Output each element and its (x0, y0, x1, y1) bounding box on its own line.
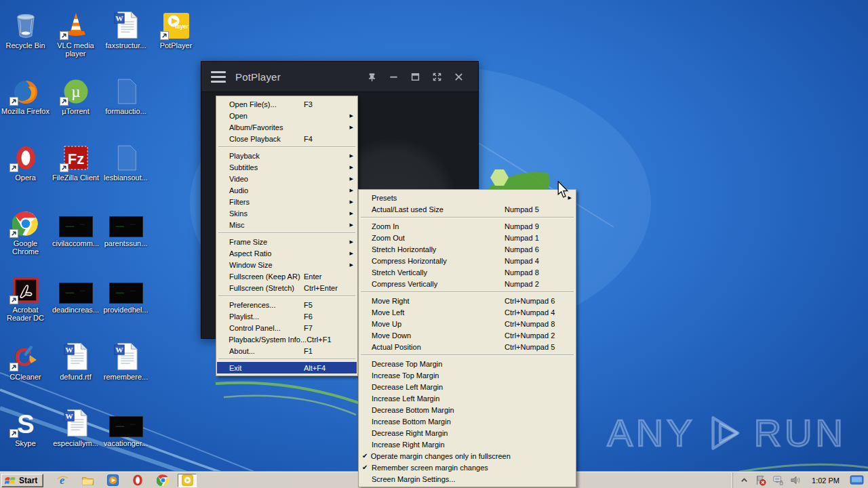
volume-icon[interactable] (790, 474, 802, 486)
menu-item-move-right[interactable]: Move RightCtrl+Numpad 6 (359, 295, 575, 306)
menu-item-shortcut: Numpad 6 (505, 245, 566, 253)
submenu-arrow-icon: ▶ (347, 211, 353, 216)
desktop-icon-mozilla-firefox[interactable]: Mozilla Firefox (0, 71, 51, 115)
menu-item-presets[interactable]: Presets▶ (359, 192, 575, 203)
menu-item-control-panel[interactable]: Control Panel...F7 (217, 322, 357, 333)
menu-item-open-file-s[interactable]: Open File(s)...F3 (217, 98, 357, 110)
menu-item-label: Move Down (372, 331, 505, 340)
menu-item-zoom-out[interactable]: Zoom OutNumpad 1 (359, 232, 575, 243)
desktop-icon-skype[interactable]: SSkype (0, 403, 51, 447)
desktop-icon-civilaccomm[interactable]: civilaccomm... (50, 203, 101, 247)
menu-item-screen-margin-settings[interactable]: Screen Margin Settings... (359, 473, 575, 485)
fullscreen-icon[interactable] (427, 68, 447, 85)
desktop-icon-torrent[interactable]: µµTorrent (50, 71, 101, 115)
menu-item-playlist[interactable]: Playlist...F6 (217, 310, 357, 322)
menu-item-increase-left-margin[interactable]: Increase Left Margin (359, 392, 575, 404)
menu-item-open[interactable]: Open▶ (217, 110, 357, 121)
menu-item-operate-margin-changes-only-in-fullscreen[interactable]: ✔Operate margin changes only in fullscre… (359, 450, 575, 462)
menu-item-stretch-vertically[interactable]: Stretch VerticallyNumpad 8 (359, 266, 575, 278)
menu-item-actual-last-used-size[interactable]: Actual/Last used SizeNumpad 5 (359, 203, 575, 215)
menu-item-decrease-bottom-margin[interactable]: Decrease Bottom Margin (359, 404, 575, 415)
start-button[interactable]: Start (1, 474, 43, 487)
menu-item-subtitles[interactable]: Subtitles▶ (217, 161, 357, 173)
desktop-icon-ccleaner[interactable]: CCCleaner (0, 337, 51, 381)
menu-item-shortcut: Ctrl+Numpad 4 (505, 308, 566, 317)
menu-item-remember-screen-margin-changes[interactable]: ✔Remember screen margin changes (359, 462, 575, 473)
menu-item-compress-horizontally[interactable]: Compress HorizontallyNumpad 4 (359, 255, 575, 266)
menu-item-window-size[interactable]: Window Size▶ (217, 259, 357, 270)
maximize-icon[interactable] (405, 68, 425, 85)
menu-item-close-playback[interactable]: Close PlaybackF4 (217, 133, 357, 144)
tray-clock[interactable]: 1:02 PM (808, 476, 844, 485)
menu-item-skins[interactable]: Skins▶ (217, 207, 357, 219)
desktop-icon-remembere[interactable]: Wremembere... (100, 337, 151, 381)
desktop-icon-faxstructur[interactable]: Wfaxstructur... (100, 5, 151, 49)
pin-icon[interactable] (361, 68, 382, 85)
menu-item-stretch-horizontally[interactable]: Stretch HorizontallyNumpad 6 (359, 243, 575, 255)
titlebar: PotPlayer (201, 62, 478, 92)
quick-launch-windows-media-player-icon[interactable] (106, 474, 119, 487)
ghost-file-icon (100, 71, 151, 105)
menu-item-decrease-top-margin[interactable]: Decrease Top Margin (359, 358, 575, 369)
desktop-icon-google-chrome[interactable]: Google Chrome (0, 203, 51, 256)
desktop-icon-vacationger[interactable]: vacationger... (100, 403, 151, 447)
quick-launch-google-chrome-icon[interactable] (156, 474, 170, 487)
menu-item-filters[interactable]: Filters▶ (217, 196, 357, 207)
desktop-icon-lesbiansout[interactable]: lesbiansout... (100, 138, 151, 182)
menu-item-compress-vertically[interactable]: Compress VerticallyNumpad 2 (359, 278, 575, 289)
menu-item-decrease-right-margin[interactable]: Decrease Right Margin (359, 427, 575, 439)
minimize-icon[interactable] (383, 68, 403, 85)
menu-item-about[interactable]: About...F1 (217, 345, 357, 357)
menu-item-move-down[interactable]: Move DownCtrl+Numpad 2 (359, 329, 575, 341)
desktop-icon-acrobat-reader-dc[interactable]: Acrobat Reader DC (0, 270, 51, 322)
menu-item-shortcut: Ctrl+F1 (307, 336, 347, 344)
desktop-icon-formauctio[interactable]: formauctio... (100, 71, 151, 115)
menu-item-aspect-ratio[interactable]: Aspect Ratio▶ (217, 247, 357, 259)
menu-item-shortcut: Ctrl+Numpad 6 (505, 297, 566, 305)
menu-item-fullscreen-stretch[interactable]: Fullscreen (Stretch)Ctrl+Enter (217, 282, 357, 293)
menu-item-actual-position[interactable]: Actual PositionCtrl+Numpad 5 (359, 341, 575, 352)
menu-item-increase-bottom-margin[interactable]: Increase Bottom Margin (359, 415, 575, 427)
menu-item-fullscreen-keep-ar[interactable]: Fullscreen (Keep AR)Enter (217, 270, 357, 282)
menu-item-audio[interactable]: Audio▶ (217, 184, 357, 196)
submenu-arrow-icon: ▶ (347, 176, 353, 182)
network-icon[interactable] (772, 474, 784, 486)
menu-item-label: Compress Horizontally (372, 257, 505, 265)
menu-item-frame-size[interactable]: Frame Size▶ (217, 236, 357, 247)
desktop-icon-deadincreas[interactable]: deadincreas... (50, 270, 101, 314)
menu-item-misc[interactable]: Misc▶ (217, 219, 357, 230)
menu-item-album-favorites[interactable]: Album/Favorites▶ (217, 121, 357, 133)
quick-launch-windows-explorer-icon[interactable] (81, 474, 94, 487)
menu-item-increase-top-margin[interactable]: Increase Top Margin (359, 369, 575, 381)
hamburger-menu-icon[interactable] (211, 71, 226, 83)
desktop-icon-potplayer[interactable]: layerPotPlayer (151, 5, 201, 49)
close-icon[interactable] (448, 68, 469, 85)
show-desktop-icon[interactable] (850, 475, 864, 485)
menu-item-increase-right-margin[interactable]: Increase Right Margin (359, 439, 575, 450)
menu-item-exit[interactable]: ExitAlt+F4 (217, 362, 357, 373)
taskbar-button-potplayer[interactable] (178, 474, 197, 487)
menu-item-video[interactable]: Video▶ (217, 173, 357, 184)
quick-launch-opera-icon[interactable] (131, 474, 144, 487)
desktop-icon-defund-rtf[interactable]: Wdefund.rtf (50, 337, 101, 381)
menu-item-playback[interactable]: Playback▶ (217, 150, 357, 161)
menu-item-playback-system-info[interactable]: Playback/System Info...Ctrl+F1 (217, 333, 357, 345)
desktop-icon-parentssun[interactable]: parentssun... (100, 203, 151, 247)
menu-item-move-up[interactable]: Move UpCtrl+Numpad 8 (359, 318, 575, 329)
menu-item-zoom-in[interactable]: Zoom InNumpad 9 (359, 220, 575, 232)
quick-launch-bar: e (56, 474, 170, 487)
desktop-icon-providedhel[interactable]: providedhel... (100, 270, 151, 314)
desktop-icon-opera[interactable]: Opera (0, 138, 51, 182)
desktop-icon-filezilla-client[interactable]: FzFileZilla Client (50, 138, 101, 182)
desktop-icon-especiallym[interactable]: Wespeciallym... (50, 403, 101, 447)
menu-item-label: Playback/System Info... (229, 336, 307, 344)
menu-item-move-left[interactable]: Move LeftCtrl+Numpad 4 (359, 306, 575, 318)
menu-item-preferences[interactable]: Preferences...F5 (217, 299, 357, 310)
desktop-icon-vlc-media-player[interactable]: VLC media player (50, 5, 101, 58)
action-center-flag-icon[interactable] (755, 474, 766, 486)
menu-item-decrease-left-margin[interactable]: Decrease Left Margin (359, 381, 575, 392)
quick-launch-internet-explorer-icon[interactable]: e (56, 474, 69, 487)
desktop-icon-recycle-bin[interactable]: Recycle Bin (0, 5, 51, 49)
desktop-icon-label: civilaccomm... (50, 239, 101, 247)
collapse-chevron-icon[interactable] (740, 476, 749, 484)
